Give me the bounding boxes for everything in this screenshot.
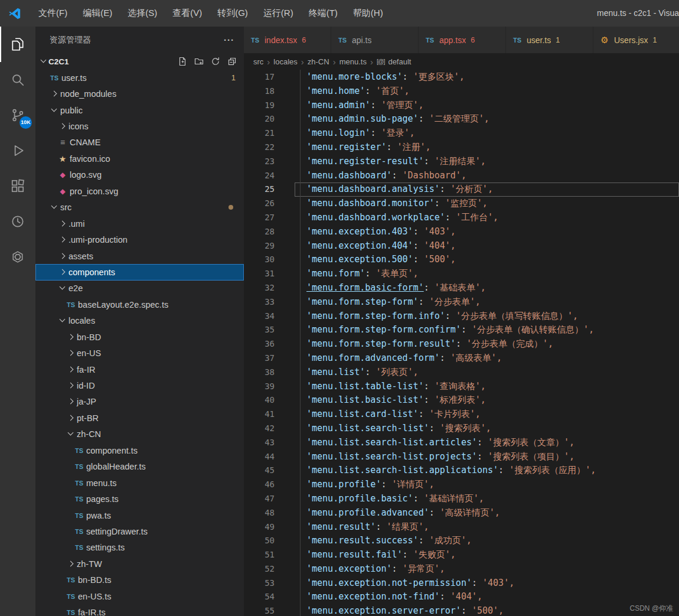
tree-item-public[interactable]: public: [35, 102, 244, 118]
code-line-38[interactable]: 38'menu.list': '列表页',: [244, 366, 679, 380]
tree-item-pro_icon.svg[interactable]: ◆pro_icon.svg: [35, 183, 244, 199]
tab-index.tsx[interactable]: TSindex.tsx6: [244, 27, 331, 53]
line-number[interactable]: 45: [244, 464, 275, 478]
more-actions-icon[interactable]: ···: [224, 35, 234, 45]
line-number[interactable]: 51: [244, 548, 275, 562]
openai-icon[interactable]: [0, 239, 35, 275]
tree-item-components[interactable]: components: [35, 264, 244, 280]
code-line-53[interactable]: 53'menu.exception.not-permission': '403'…: [244, 576, 679, 591]
explorer-icon[interactable]: [0, 27, 35, 62]
tab-app.tsx[interactable]: TSapp.tsx6: [419, 27, 506, 53]
menubar-item[interactable]: 文件(F): [31, 8, 75, 19]
code-line-29[interactable]: 29'menu.exception.404': '404',: [244, 239, 679, 253]
code-line-25[interactable]: 25'menu.dashboard.analysis': '分析页',: [244, 182, 679, 197]
tree-item-en-US.ts[interactable]: TSen-US.ts: [35, 588, 244, 604]
menubar-item[interactable]: 选择(S): [120, 8, 165, 19]
code-line-26[interactable]: 26'menu.dashboard.monitor': '监控页',: [244, 197, 679, 211]
code-line-20[interactable]: 20'menu.admin.sub-page': '二级管理页',: [244, 112, 679, 126]
line-number[interactable]: 49: [244, 520, 275, 534]
code-line-19[interactable]: 19'menu.admin': '管理页',: [244, 99, 679, 113]
line-number[interactable]: 20: [244, 112, 275, 126]
tree-item-component.ts[interactable]: TScomponent.ts: [35, 442, 244, 458]
refresh-icon[interactable]: [211, 57, 220, 66]
menubar-item[interactable]: 转到(G): [210, 8, 256, 19]
code-line-22[interactable]: 22'menu.register': '注册',: [244, 141, 679, 155]
code-line-51[interactable]: 51'menu.result.fail': '失败页',: [244, 548, 679, 562]
tree-item-zh-CN[interactable]: zh-CN: [35, 426, 244, 442]
code-line-48[interactable]: 48'menu.profile.advanced': '高级详情页',: [244, 506, 679, 520]
code-line-33[interactable]: 33'menu.form.step-form': '分步表单',: [244, 295, 679, 309]
code-line-50[interactable]: 50'menu.result.success': '成功页',: [244, 534, 679, 548]
code-line-34[interactable]: 34'menu.form.step-form.info': '分步表单（填写转账…: [244, 309, 679, 324]
code-line-46[interactable]: 46'menu.profile': '详情页',: [244, 478, 679, 492]
line-number[interactable]: 35: [244, 323, 275, 337]
tree-item-node_modules[interactable]: node_modules: [35, 86, 244, 102]
new-folder-icon[interactable]: [194, 57, 204, 66]
line-number[interactable]: 36: [244, 337, 275, 351]
tree-item-favicon.ico[interactable]: ★favicon.ico: [35, 151, 244, 167]
tree-item-e2e[interactable]: e2e: [35, 281, 244, 296]
breadcrumb-item-menu.ts[interactable]: menu.ts: [340, 57, 367, 66]
line-number[interactable]: 23: [244, 155, 275, 169]
menubar-item[interactable]: 查看(V): [165, 8, 210, 19]
line-number[interactable]: 43: [244, 436, 275, 450]
line-number[interactable]: 38: [244, 366, 275, 380]
tab-api.ts[interactable]: TSapi.ts: [331, 27, 419, 53]
code-line-21[interactable]: 21'menu.login': '登录',: [244, 126, 679, 141]
tree-item-bn-BD[interactable]: bn-BD: [35, 329, 244, 345]
line-number[interactable]: 33: [244, 295, 275, 309]
extensions-icon[interactable]: [0, 168, 35, 204]
tree-item-pwa.ts[interactable]: TSpwa.ts: [35, 507, 244, 523]
tree-item-menu.ts[interactable]: TSmenu.ts: [35, 475, 244, 491]
code-line-17[interactable]: 17'menu.more-blocks': '更多区块',: [244, 70, 679, 84]
tree-item-zh-TW[interactable]: zh-TW: [35, 556, 244, 572]
code-line-40[interactable]: 40'menu.list.basic-list': '标准列表',: [244, 393, 679, 408]
line-number[interactable]: 28: [244, 225, 275, 239]
tree-item-fa-IR[interactable]: fa-IR: [35, 361, 244, 377]
line-number[interactable]: 24: [244, 169, 275, 183]
line-number[interactable]: 44: [244, 450, 275, 464]
code-line-49[interactable]: 49'menu.result': '结果页',: [244, 520, 679, 534]
tree-item-CNAME[interactable]: ≡CNAME: [35, 135, 244, 151]
line-number[interactable]: 27: [244, 211, 275, 225]
tree-item-locales[interactable]: locales: [35, 313, 244, 329]
line-number[interactable]: 30: [244, 253, 275, 267]
breadcrumb-item-locales[interactable]: locales: [273, 57, 297, 66]
tree-item-pages.ts[interactable]: TSpages.ts: [35, 491, 244, 507]
clock-icon[interactable]: [0, 204, 35, 239]
line-number[interactable]: 29: [244, 239, 275, 253]
code-line-18[interactable]: 18'menu.home': '首页',: [244, 84, 679, 99]
source-control-icon[interactable]: 10K: [0, 97, 35, 133]
menubar-item[interactable]: 终端(T): [301, 8, 345, 19]
tree-item-fa-IR.ts[interactable]: TSfa-IR.ts: [35, 604, 244, 616]
line-number[interactable]: 19: [244, 99, 275, 113]
code-line-35[interactable]: 35'menu.form.step-form.confirm': '分步表单（确…: [244, 323, 679, 337]
line-number[interactable]: 22: [244, 141, 275, 155]
breadcrumb-item-zh-CN[interactable]: zh-CN: [308, 57, 329, 66]
line-number[interactable]: 18: [244, 84, 275, 99]
line-number[interactable]: 17: [244, 70, 275, 84]
code-line-52[interactable]: 52'menu.exception': '异常页',: [244, 562, 679, 576]
code-line-47[interactable]: 47'menu.profile.basic': '基础详情页',: [244, 492, 679, 506]
code-line-32[interactable]: 32'menu.form.basic-form': '基础表单',: [244, 281, 679, 295]
code-line-44[interactable]: 44'menu.list.search-list.projects': '搜索列…: [244, 450, 679, 464]
collapse-all-icon[interactable]: [227, 57, 237, 66]
tree-item-src[interactable]: src: [35, 200, 244, 216]
tree-item-pt-BR[interactable]: pt-BR: [35, 410, 244, 426]
tree-item-.umi[interactable]: .umi: [35, 216, 244, 232]
line-number[interactable]: 55: [244, 604, 275, 616]
line-number[interactable]: 25: [244, 182, 275, 197]
code-line-45[interactable]: 45'menu.list.search-list.applications': …: [244, 464, 679, 478]
code-line-42[interactable]: 42'menu.list.search-list': '搜索列表',: [244, 422, 679, 436]
tree-item-settings.ts[interactable]: TSsettings.ts: [35, 540, 244, 556]
line-number[interactable]: 21: [244, 126, 275, 141]
tree-item-icons[interactable]: icons: [35, 118, 244, 134]
tab-Users.jsx[interactable]: ⚙Users.jsx1: [593, 27, 679, 53]
line-number[interactable]: 31: [244, 267, 275, 281]
breadcrumb-item-default[interactable]: default: [388, 57, 411, 66]
tree-item-baseLayout.e2e.spec.ts[interactable]: TSbaseLayout.e2e.spec.ts: [35, 296, 244, 312]
line-number[interactable]: 47: [244, 492, 275, 506]
line-number[interactable]: 54: [244, 590, 275, 604]
line-number[interactable]: 32: [244, 281, 275, 295]
code-line-27[interactable]: 27'menu.dashboard.workplace': '工作台',: [244, 211, 679, 225]
